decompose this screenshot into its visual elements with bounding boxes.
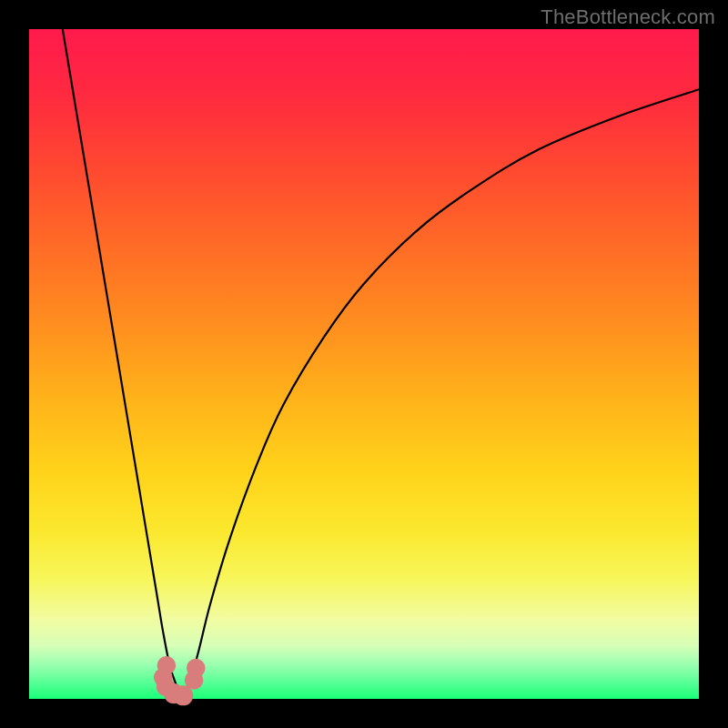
plot-area: [29, 29, 699, 699]
chart-svg: [29, 29, 699, 699]
curve-right-branch: [183, 89, 699, 699]
chart-frame: TheBottleneck.com: [0, 0, 728, 728]
data-markers: [154, 656, 206, 705]
data-marker: [187, 659, 206, 678]
watermark-text: TheBottleneck.com: [541, 5, 715, 29]
curve-left-branch: [63, 29, 183, 699]
